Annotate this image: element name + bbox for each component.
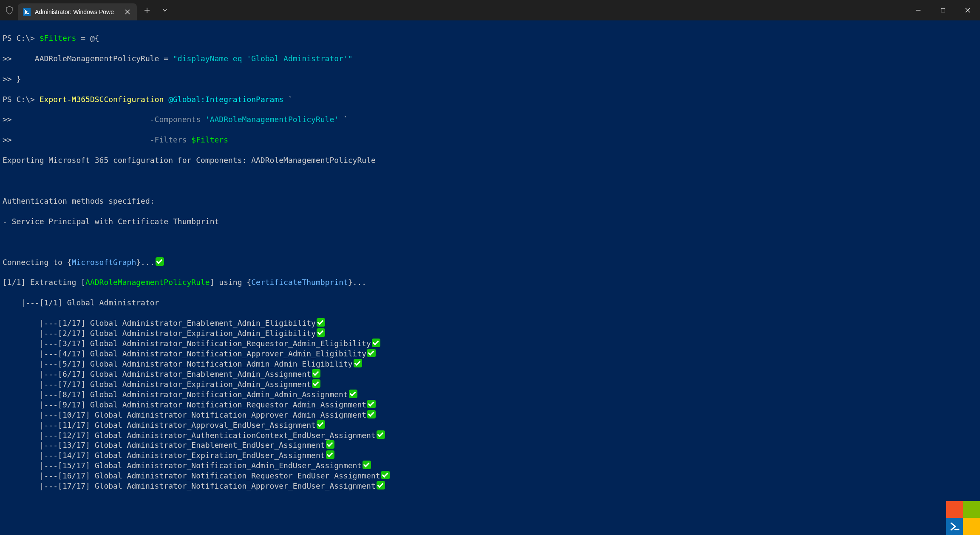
check-icon (317, 318, 325, 327)
tab-active[interactable]: Administrator: Windows Powe (18, 3, 137, 20)
check-icon (317, 328, 325, 337)
output-rule-line: |---[1/17] Global Administrator_Enableme… (3, 318, 977, 328)
output-line: |---[1/1] Global Administrator (3, 298, 977, 308)
output-rule-line: |---[7/17] Global Administrator_Expirati… (3, 379, 977, 390)
output-rule-line: |---[6/17] Global Administrator_Enableme… (3, 369, 977, 379)
maximize-button[interactable] (931, 0, 955, 20)
check-icon (326, 450, 334, 459)
output-rule-line: |---[9/17] Global Administrator_Notifica… (3, 400, 977, 410)
output-rule-line: |---[14/17] Global Administrator_Expirat… (3, 450, 977, 461)
svg-rect-0 (941, 9, 945, 12)
output-line: - Service Principal with Certificate Thu… (3, 216, 977, 227)
minimize-button[interactable] (906, 0, 931, 20)
cmd-line: >> AADRoleManagementPolicyRule = "displa… (3, 54, 977, 64)
output-line: Exporting Microsoft 365 configuration fo… (3, 155, 977, 165)
tab-title: Administrator: Windows Powe (35, 8, 119, 16)
check-icon (363, 461, 371, 469)
check-icon (381, 471, 390, 479)
tab-dropdown-button[interactable] (157, 3, 173, 18)
check-icon (317, 420, 325, 429)
tab-close-button[interactable] (123, 8, 132, 16)
window-controls (906, 0, 980, 20)
check-icon (367, 400, 376, 408)
output-rule-line: |---[12/17] Global Administrator_Authent… (3, 430, 977, 441)
close-button[interactable] (955, 0, 980, 20)
output-line: Authentication methods specified: (3, 196, 977, 206)
output-rule-line: |---[5/17] Global Administrator_Notifica… (3, 359, 977, 369)
check-icon (367, 349, 376, 357)
cmd-line: >> -Components 'AADRoleManagementPolicyR… (3, 114, 977, 125)
output-rule-line: |---[11/17] Global Administrator_Approva… (3, 420, 977, 430)
check-icon (377, 430, 385, 439)
powershell-icon (23, 8, 31, 16)
shield-icon (5, 6, 14, 15)
cmd-line: PS C:\> $Filters = @{ (3, 33, 977, 43)
cmd-line: PS C:\> Export-M365DSCConfiguration @Glo… (3, 94, 977, 105)
output-rule-line: |---[8/17] Global Administrator_Notifica… (3, 390, 977, 400)
output-rule-line: |---[4/17] Global Administrator_Notifica… (3, 349, 977, 359)
check-icon (372, 339, 380, 347)
terminal-output[interactable]: PS C:\> $Filters = @{ >> AADRoleManageme… (0, 20, 980, 504)
check-icon (349, 390, 357, 398)
cmd-line: >> -Filters $Filters (3, 135, 977, 145)
output-blank (3, 237, 977, 247)
output-rule-line: |---[13/17] Global Administrator_Enablem… (3, 440, 977, 450)
bottom-logos (946, 501, 980, 535)
check-icon (354, 359, 362, 367)
output-line: [1/1] Extracting [AADRoleManagementPolic… (3, 277, 977, 287)
output-rule-line: |---[15/17] Global Administrator_Notific… (3, 461, 977, 471)
cmd-line: >> } (3, 74, 977, 84)
check-icon (377, 481, 385, 489)
check-icon (312, 379, 320, 388)
output-rule-line: |---[17/17] Global Administrator_Notific… (3, 481, 977, 491)
output-rule-line: |---[3/17] Global Administrator_Notifica… (3, 339, 977, 349)
new-tab-button[interactable] (139, 3, 155, 18)
check-icon (156, 257, 164, 266)
output-rule-line: |---[16/17] Global Administrator_Notific… (3, 471, 977, 481)
output-rule-line: |---[2/17] Global Administrator_Expirati… (3, 328, 977, 339)
output-rule-line: |---[10/17] Global Administrator_Notific… (3, 410, 977, 420)
check-icon (367, 410, 376, 418)
titlebar: Administrator: Windows Powe (0, 0, 980, 20)
powershell-logo-icon (946, 518, 963, 535)
output-blank (3, 176, 977, 186)
check-icon (326, 440, 334, 449)
check-icon (312, 369, 320, 378)
output-line: Connecting to {MicrosoftGraph}... (3, 257, 977, 268)
